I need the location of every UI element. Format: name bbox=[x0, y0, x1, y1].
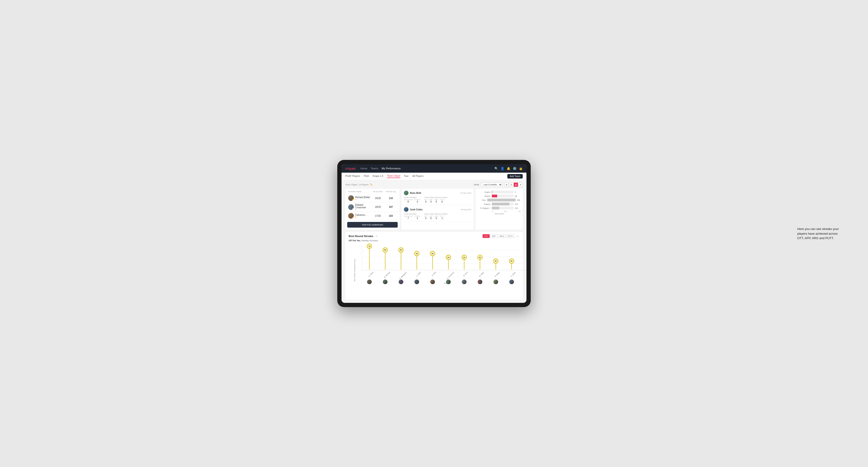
streak-avatar bbox=[414, 280, 419, 284]
streaks-subtitle: Off The Tee, Fairway Accuracy bbox=[349, 239, 519, 242]
ott-label: OTT bbox=[424, 199, 427, 200]
search-icon[interactable]: 🔍 bbox=[494, 167, 498, 170]
app-val: 0 bbox=[429, 200, 433, 203]
subtitle-main: Off The Tee, bbox=[349, 239, 361, 242]
player-info: 2 Edward Crossman ♥ bbox=[348, 204, 371, 210]
chart-bars: Eagles 3 Birdies 96 Pars 499 Bogeys 311 bbox=[477, 191, 521, 210]
bar-value: 311 bbox=[515, 203, 521, 205]
rank-badge: 3 bbox=[352, 217, 354, 219]
pb-score: 19/20 bbox=[371, 197, 385, 199]
streak-bubble: 4x bbox=[462, 255, 467, 260]
rounds-label: Total Rounds bbox=[404, 213, 420, 215]
bar-wrap bbox=[492, 203, 514, 206]
add-team-button[interactable]: Add Team bbox=[507, 174, 523, 179]
streak-bubble: 5x bbox=[414, 251, 420, 256]
sub-nav-pga[interactable]: PGA bbox=[364, 175, 369, 178]
sub-nav: PGAT Players PGA Hcaps 1-5 Team Clippd T… bbox=[342, 173, 526, 180]
tournament-label: Tournament bbox=[404, 199, 412, 200]
app-label: APP bbox=[429, 199, 433, 200]
streak-player-name: R. Britt bbox=[432, 272, 440, 280]
pb-avg: 110 bbox=[385, 197, 397, 199]
ott-tab[interactable]: OTT bbox=[483, 234, 490, 238]
chart-x-axis: 0 200 400 bbox=[477, 211, 521, 212]
x-label-400: 400 bbox=[518, 211, 521, 212]
bar-label: D. Bogeys + bbox=[477, 207, 490, 209]
bar-fill bbox=[492, 207, 499, 210]
nav-home[interactable]: Home bbox=[361, 167, 367, 170]
tournament-col: Tournament 8 bbox=[404, 199, 412, 203]
activities-sub: OTT 0 APP 0 ARG 0 bbox=[424, 199, 447, 203]
view-full-leaderboard-button[interactable]: View Full Leaderboard bbox=[347, 222, 398, 228]
putt-tab[interactable]: PUTT bbox=[506, 234, 515, 238]
bar-wrap bbox=[492, 191, 514, 193]
streak-bubble: 6x bbox=[382, 247, 388, 253]
nav-teams[interactable]: Teams bbox=[371, 167, 378, 170]
profile-icon[interactable]: 👨 bbox=[519, 167, 523, 170]
streak-avatar bbox=[493, 280, 498, 284]
player-info: 1 Richard Butler ♥ bbox=[348, 195, 371, 201]
sub-nav-tour[interactable]: Tour bbox=[404, 175, 408, 178]
chart-view-btn[interactable]: ⬆ bbox=[519, 183, 523, 187]
practice-label: Practice bbox=[414, 215, 420, 217]
player-info: 3 Cameron... ♥ bbox=[348, 213, 371, 219]
player-name: Cameron... bbox=[355, 214, 367, 216]
chart-bar-row: D. Bogeys + 131 bbox=[477, 207, 521, 210]
activities-label: Total Practice Activities bbox=[424, 213, 447, 215]
rounds-label: Total Rounds bbox=[404, 197, 420, 198]
app-tab[interactable]: APP bbox=[490, 234, 497, 238]
streaks-arrow-icon: ← bbox=[375, 234, 379, 238]
edit-icon[interactable]: ✏️ bbox=[370, 184, 373, 186]
rounds-group: Total Rounds Tournament 7 Practice 2 bbox=[404, 213, 420, 220]
pb-avg: 103 bbox=[385, 215, 397, 217]
streak-player-group: 3xR. Butler bbox=[488, 258, 503, 284]
nav-bar: clippd Home Teams My Performance 🔍 👤 🔔 ⚙… bbox=[342, 164, 526, 173]
chart-bar-row: Pars 499 bbox=[477, 198, 521, 201]
col-player-name: PLAYER NAME bbox=[348, 191, 371, 193]
card-view-btn[interactable]: ▤ bbox=[514, 183, 518, 187]
arg-col: ARG 0 bbox=[434, 215, 438, 220]
streak-line bbox=[416, 256, 417, 270]
streak-player-group: 6xB. McHerg bbox=[377, 247, 393, 284]
arg-tab[interactable]: ARG bbox=[498, 234, 505, 238]
player-card: Josh Coles 26 Aug 2023 Total Rounds Tour… bbox=[401, 205, 474, 222]
months-select[interactable]: Last 3 months bbox=[481, 183, 502, 187]
app-label: APP bbox=[429, 215, 433, 217]
streak-line bbox=[448, 260, 448, 270]
putt-col: PUTT 1 bbox=[440, 215, 444, 220]
bar-label: Eagles bbox=[477, 191, 490, 193]
putt-label: PUTT bbox=[440, 199, 444, 200]
streak-line bbox=[480, 260, 480, 270]
chart-panel: Eagles 3 Birdies 96 Pars 499 Bogeys 311 bbox=[475, 189, 523, 229]
user-icon[interactable]: 👤 bbox=[500, 167, 504, 170]
avatar bbox=[404, 191, 408, 195]
bar-fill bbox=[487, 198, 516, 201]
streak-player-group: 5xJ. Coles bbox=[409, 251, 425, 284]
arg-label: ARG bbox=[434, 199, 438, 200]
bar-fill bbox=[492, 203, 509, 206]
tournament-val: 8 bbox=[404, 200, 412, 203]
streak-bubble: 5x bbox=[430, 251, 435, 256]
player-name: Edward Crossman bbox=[355, 204, 371, 209]
streak-line bbox=[401, 253, 401, 270]
rounds-group: Total Rounds Tournament 8 Practice 4 bbox=[404, 197, 420, 203]
bar-label: Birdies bbox=[477, 195, 490, 197]
card-header: Rees Britt 02 Sep 2023 bbox=[404, 191, 471, 195]
rounds-sub: Tournament 7 Practice 2 bbox=[404, 215, 420, 220]
grid-view-btn[interactable]: ⊞ bbox=[504, 183, 508, 187]
practice-val: 2 bbox=[414, 217, 420, 220]
ott-label: OTT bbox=[424, 215, 427, 217]
streak-line bbox=[385, 253, 385, 270]
sub-nav-team-clippd[interactable]: Team Clippd bbox=[387, 175, 400, 178]
settings-icon[interactable]: ⚙️ bbox=[513, 167, 517, 170]
practice-col: Practice 2 bbox=[414, 215, 420, 220]
avatar bbox=[404, 207, 408, 212]
sub-nav-pgat[interactable]: PGAT Players bbox=[345, 175, 360, 178]
app-val: 0 bbox=[429, 217, 433, 220]
x-label-200: 200 bbox=[504, 211, 507, 212]
rank-badge: 1 bbox=[352, 199, 354, 201]
bell-icon[interactable]: 🔔 bbox=[507, 167, 510, 170]
sub-nav-hcaps[interactable]: Hcaps 1-5 bbox=[373, 175, 383, 178]
nav-my-performance[interactable]: My Performance bbox=[382, 167, 401, 170]
list-view-btn[interactable]: ☰ bbox=[509, 183, 513, 187]
sub-nav-all-players[interactable]: All Players bbox=[412, 175, 423, 178]
